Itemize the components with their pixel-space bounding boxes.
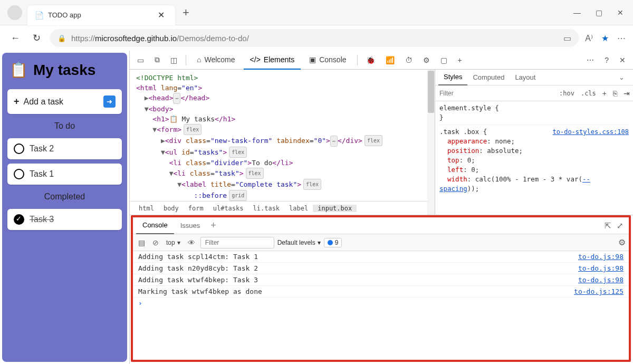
new-tab-button[interactable]: + — [183, 6, 189, 20]
console-toolbar: ▤ ⊘ top ▾ 👁 Default levels ▾ 9 ⚙ — [133, 234, 629, 251]
task-item[interactable]: Task 1 — [7, 164, 122, 185]
breadcrumb-item[interactable]: label — [284, 205, 313, 212]
add-task-box[interactable]: + Add a task ➜ — [7, 89, 122, 114]
favorite-star-icon[interactable]: ★ — [601, 33, 609, 43]
clear-console-icon[interactable]: ⊘ — [150, 238, 161, 247]
dom-tree[interactable]: <!DOCTYPE html> <html lang="en"> ▶<head>… — [130, 70, 435, 201]
address-bar-row: ← ↻ 🔒 https://microsoftedge.github.io/De… — [0, 25, 633, 51]
log-row: Adding task n20yd8cyb: Task 2to-do.js:98 — [133, 263, 629, 274]
tab-close-icon[interactable]: ✕ — [155, 10, 168, 20]
submit-task-button[interactable]: ➜ — [103, 95, 116, 108]
console-prompt[interactable]: › — [133, 298, 629, 309]
url-scheme: https:// — [71, 34, 95, 43]
chevron-down-icon: ▾ — [318, 239, 321, 246]
task-item[interactable]: Task 2 — [7, 138, 122, 159]
log-message: Marking task wtwf4bkep as done — [138, 288, 574, 295]
browser-tab[interactable]: 📄 TODO app ✕ — [27, 5, 175, 25]
drawer-tab-console[interactable]: Console — [136, 217, 174, 234]
tab-welcome-label: Welcome — [204, 55, 235, 64]
app-icon[interactable]: ▭ — [563, 33, 571, 43]
tab-computed[interactable]: Computed — [467, 73, 510, 81]
window-minimize-icon[interactable]: — — [573, 8, 581, 17]
home-icon: ⌂ — [197, 55, 201, 64]
address-bar[interactable]: 🔒 https://microsoftedge.github.io/Demos/… — [50, 29, 579, 47]
issue-dot-icon — [328, 240, 333, 245]
log-source-link[interactable]: to-do.js:98 — [578, 276, 624, 284]
levels-label: Default levels — [277, 239, 315, 246]
device-toggle-icon[interactable]: ⧉ — [150, 52, 164, 68]
sidebar-toggle-icon[interactable]: ▤ — [136, 238, 147, 247]
drawer-tab-issues[interactable]: Issues — [174, 217, 207, 234]
tab-layout[interactable]: Layout — [510, 73, 541, 81]
browser-tab-strip: 📄 TODO app ✕ + — ▢ ✕ — [0, 0, 633, 25]
add-task-label: Add a task — [24, 97, 64, 107]
breadcrumb-item[interactable]: ul#tasks — [208, 205, 248, 212]
divider — [186, 55, 186, 65]
styles-tabs: Styles Computed Layout ⌄ — [435, 70, 633, 85]
log-source-link[interactable]: to-do.js:98 — [578, 253, 624, 261]
refresh-button[interactable]: ↻ — [30, 29, 44, 47]
section-completed: Completed — [7, 189, 122, 205]
add-tab-icon[interactable]: + — [454, 53, 466, 68]
add-drawer-tab-icon[interactable]: + — [206, 220, 220, 231]
expand-drawer-icon[interactable]: ⤢ — [617, 221, 624, 231]
breadcrumb-item[interactable]: body — [159, 205, 184, 212]
source-link[interactable]: to-do-styles.css:108 — [553, 127, 629, 137]
task-checkbox[interactable] — [14, 169, 24, 179]
tab-elements[interactable]: </>Elements — [244, 51, 301, 70]
profile-icon[interactable] — [7, 5, 22, 20]
dock-icon[interactable]: ◫ — [166, 53, 181, 68]
console-filter-input[interactable] — [200, 237, 274, 248]
close-devtools-icon[interactable]: ✕ — [615, 53, 630, 68]
new-style-icon[interactable]: + — [599, 89, 610, 98]
more-tools-icon[interactable]: ⋯ — [582, 53, 598, 68]
breadcrumb-item[interactable]: html — [134, 205, 159, 212]
breadcrumb-item[interactable]: form — [184, 205, 208, 212]
task-checkbox-checked[interactable] — [14, 214, 24, 225]
todo-app: 📋 My tasks + Add a task ➜ To do Task 2 T… — [2, 53, 127, 362]
inspect-icon[interactable]: ▭ — [133, 53, 148, 68]
application-icon[interactable]: ▢ — [436, 53, 452, 68]
live-expr-icon[interactable]: 👁 — [186, 238, 197, 247]
console-settings-icon[interactable]: ⚙ — [618, 237, 626, 247]
context-select[interactable]: top ▾ — [164, 239, 183, 246]
window-close-icon[interactable]: ✕ — [617, 8, 624, 17]
back-button[interactable]: ← — [7, 30, 23, 47]
window-maximize-icon[interactable]: ▢ — [596, 8, 602, 17]
help-icon[interactable]: ? — [600, 53, 613, 68]
log-levels-select[interactable]: Default levels ▾ — [277, 239, 321, 246]
url-text: https://microsoftedge.github.io/Demos/de… — [71, 34, 249, 43]
log-source-link[interactable]: to-do.js:125 — [574, 288, 624, 295]
debug-icon[interactable]: 🐞 — [362, 53, 379, 68]
dock-drawer-icon[interactable]: ⇱ — [605, 221, 611, 231]
breadcrumb-item[interactable]: li.task — [248, 205, 285, 212]
scrollbar[interactable] — [427, 70, 435, 215]
hov-button[interactable]: :hov — [556, 90, 578, 97]
styles-filter-input[interactable] — [435, 90, 556, 97]
more-icon[interactable]: ⋯ — [617, 33, 626, 43]
lock-icon[interactable]: 🔒 — [57, 34, 66, 42]
issues-badge[interactable]: 9 — [324, 238, 342, 247]
tab-welcome[interactable]: ⌂Welcome — [190, 51, 242, 70]
cls-button[interactable]: .cls — [578, 90, 599, 97]
breadcrumb-item-selected[interactable]: input.box — [313, 205, 357, 212]
tab-console[interactable]: ▣Console — [303, 51, 352, 70]
task-checkbox[interactable] — [14, 143, 24, 154]
context-label: top — [166, 239, 175, 246]
network-icon[interactable]: 📶 — [381, 53, 399, 68]
scrollbar-thumb[interactable] — [428, 71, 434, 113]
console-log[interactable]: Adding task scpl14ctm: Task 1to-do.js:98… — [133, 251, 629, 360]
copy-styles-icon[interactable]: ⎘ — [610, 89, 620, 98]
styles-body[interactable]: element.style { } to-do-styles.css:108 .… — [435, 101, 633, 215]
memory-icon[interactable]: ⚙ — [419, 53, 434, 68]
tab-console-label: Console — [319, 55, 346, 64]
log-source-link[interactable]: to-do.js:98 — [578, 264, 624, 272]
expand-icon[interactable]: ⇥ — [620, 89, 633, 98]
devtools-panel: ▭ ⧉ ◫ ⌂Welcome </>Elements ▣Console 🐞 📶 … — [129, 51, 633, 364]
read-aloud-icon[interactable]: A⁾ — [585, 33, 593, 43]
chevron-down-icon[interactable]: ⌄ — [613, 73, 630, 81]
tab-styles[interactable]: Styles — [438, 70, 467, 85]
console-icon: ▣ — [309, 55, 316, 64]
performance-icon[interactable]: ⏱ — [401, 53, 417, 68]
task-item-done[interactable]: Task 3 — [7, 209, 122, 230]
